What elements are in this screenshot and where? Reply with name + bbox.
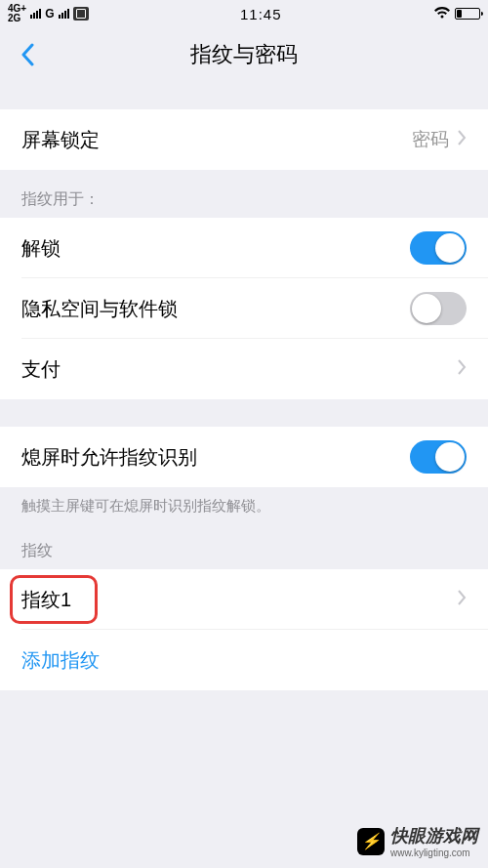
section-hint-used-for: 指纹用于：	[0, 170, 488, 218]
network-g: G	[45, 7, 54, 21]
row-unlock[interactable]: 解锁	[0, 218, 488, 278]
row-allow-off[interactable]: 熄屏时允许指纹识别	[0, 427, 488, 487]
row-screen-lock[interactable]: 屏幕锁定 密码	[0, 109, 488, 170]
privacy-label: 隐私空间与软件锁	[21, 296, 178, 322]
group-screen-lock: 屏幕锁定 密码	[0, 109, 488, 170]
pay-label: 支付	[21, 356, 61, 383]
signal-icon-1	[30, 9, 41, 19]
privacy-toggle[interactable]	[410, 292, 467, 325]
row-fingerprint-1[interactable]: 指纹1	[0, 569, 488, 630]
chevron-right-icon	[457, 129, 467, 150]
page-title: 指纹与密码	[190, 40, 298, 69]
signal-icon-2	[59, 9, 69, 19]
allow-off-footnote: 触摸主屏键可在熄屏时识别指纹解锁。	[0, 487, 488, 533]
row-add-fingerprint[interactable]: 添加指纹	[0, 630, 488, 690]
allow-off-label: 熄屏时允许指纹识别	[21, 444, 197, 471]
allow-off-toggle[interactable]	[410, 440, 467, 474]
network-stack: 4G+ 2G	[8, 4, 26, 23]
watermark-icon: ⚡	[357, 828, 385, 855]
watermark-name: 快眼游戏网	[390, 826, 478, 846]
section-hint-fingerprints: 指纹	[0, 533, 488, 569]
page-header: 指纹与密码	[0, 27, 488, 82]
add-fingerprint-label: 添加指纹	[21, 647, 100, 674]
chevron-right-icon	[457, 358, 467, 380]
message-icon	[73, 7, 89, 21]
group-fingerprints: 指纹1 添加指纹	[0, 569, 488, 690]
unlock-toggle[interactable]	[410, 231, 467, 265]
status-time: 11:45	[240, 6, 282, 22]
unlock-label: 解锁	[21, 235, 61, 262]
screen-lock-label: 屏幕锁定	[21, 127, 100, 153]
watermark-url: www.kyligting.com	[390, 847, 478, 858]
fingerprint-1-label: 指纹1	[21, 587, 71, 613]
row-privacy-lock[interactable]: 隐私空间与软件锁	[0, 278, 488, 339]
status-left: 4G+ 2G G	[8, 4, 89, 23]
network-2g: 2G	[8, 14, 26, 23]
watermark: ⚡ 快眼游戏网 www.kyligting.com	[357, 824, 478, 858]
status-bar: 4G+ 2G G 11:45	[0, 0, 488, 27]
group-allow-off: 熄屏时允许指纹识别	[0, 427, 488, 487]
battery-icon	[455, 8, 480, 20]
row-pay[interactable]: 支付	[0, 339, 488, 399]
chevron-right-icon	[457, 589, 467, 610]
group-used-for: 解锁 隐私空间与软件锁 支付	[0, 218, 488, 399]
status-right	[433, 6, 480, 22]
screen-lock-value: 密码	[412, 127, 449, 152]
wifi-icon	[433, 6, 451, 22]
back-button[interactable]	[10, 37, 45, 72]
